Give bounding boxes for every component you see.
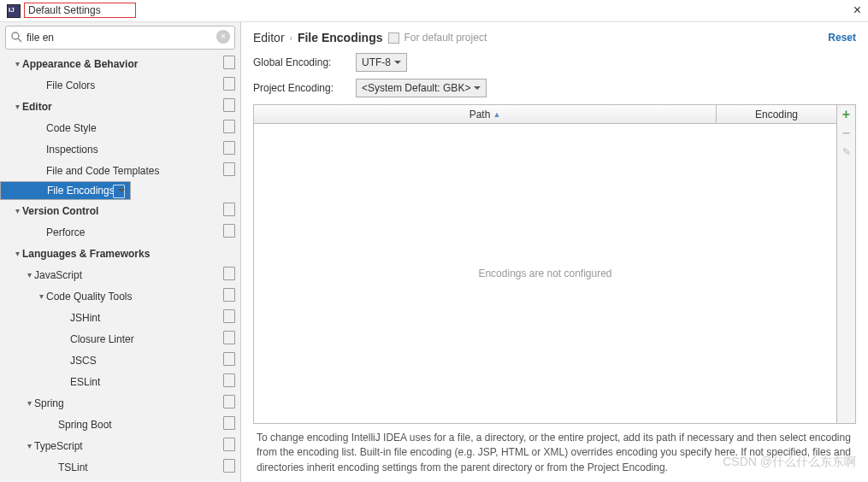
project-level-icon <box>225 354 235 366</box>
sidebar-item-label: JavaScript <box>34 269 82 281</box>
search-box: × <box>5 26 235 50</box>
sidebar-item-label: Appearance & Behavior <box>22 58 138 70</box>
chevron-down-icon: ▾ <box>12 102 22 111</box>
sidebar-item-label: Code Style <box>46 122 97 134</box>
sidebar-item-spring[interactable]: ▾Spring <box>0 392 240 414</box>
search-icon <box>10 31 22 45</box>
sidebar-item-label: Languages & Frameworks <box>22 248 150 260</box>
project-level-icon <box>225 311 235 323</box>
breadcrumb-part-2: File Encodings <box>298 31 383 44</box>
project-level-icon <box>225 290 235 302</box>
sidebar-item-label: JSCS <box>70 355 97 367</box>
svg-line-1 <box>18 38 21 42</box>
project-level-icon <box>225 226 235 238</box>
sidebar-item-label: Perforce <box>46 226 85 238</box>
project-encoding-label: Project Encoding: <box>253 82 347 94</box>
sidebar-item-code-quality-tools[interactable]: ▾Code Quality Tools <box>0 285 240 307</box>
project-level-icon <box>225 461 235 473</box>
sidebar-item-appearance-behavior[interactable]: ▾Appearance & Behavior <box>0 53 240 74</box>
project-level-icon <box>225 164 235 176</box>
remove-button[interactable]: − <box>841 127 853 139</box>
settings-content: Editor › File Encodings For default proj… <box>241 22 868 482</box>
sidebar-item-label: Spring Boot <box>58 419 112 431</box>
column-header-path[interactable]: Path▲ <box>254 105 717 123</box>
sidebar-item-label: TypeScript <box>34 440 83 452</box>
chevron-right-icon: › <box>290 33 292 43</box>
table-toolbar: + − ✎ <box>836 105 855 423</box>
add-button[interactable]: + <box>841 109 853 120</box>
chevron-down-icon: ▾ <box>24 441 34 450</box>
help-text: To change encoding IntelliJ IDEA uses fo… <box>253 424 856 477</box>
sidebar-item-languages-frameworks[interactable]: ▾Languages & Frameworks <box>0 243 240 264</box>
sidebar-item-label: File Colors <box>46 79 95 91</box>
sidebar-item-file-and-code-templates[interactable]: File and Code Templates <box>0 160 240 181</box>
close-icon[interactable]: × <box>853 3 861 17</box>
sidebar-item-label: Code Quality Tools <box>46 291 133 303</box>
sidebar-item-label: Editor <box>22 101 52 113</box>
project-level-icon <box>225 439 235 451</box>
project-level-icon <box>225 121 235 133</box>
project-level-icon <box>225 204 235 216</box>
settings-tree: ▾Appearance & BehaviorFile Colors▾Editor… <box>0 53 240 482</box>
chevron-down-icon: ▾ <box>24 270 34 279</box>
sidebar-item-jscs[interactable]: JSCS <box>0 350 240 371</box>
project-level-icon <box>225 79 235 91</box>
global-encoding-label: Global Encoding: <box>253 56 347 68</box>
table-empty-text: Encodings are not configured <box>254 124 836 423</box>
reset-link[interactable]: Reset <box>828 32 856 44</box>
chevron-down-icon: ▾ <box>12 206 22 215</box>
project-level-icon <box>225 418 235 430</box>
sidebar-item-label: Spring <box>34 397 64 409</box>
settings-sidebar: × ▾Appearance & BehaviorFile Colors▾Edit… <box>0 22 241 482</box>
sidebar-item-label: File and Code Templates <box>46 165 160 177</box>
project-level-icon <box>225 268 235 280</box>
project-level-icon <box>225 375 235 387</box>
sidebar-item-label: Inspections <box>46 144 98 156</box>
sidebar-item-file-encodings[interactable]: File Encodings <box>0 181 131 200</box>
sidebar-item-javascript[interactable]: ▾JavaScript <box>0 264 240 285</box>
project-level-icon <box>115 186 125 198</box>
project-encoding-select[interactable]: <System Default: GBK> <box>356 79 487 97</box>
column-header-encoding[interactable]: Encoding <box>717 105 836 123</box>
project-level-icon <box>225 100 235 112</box>
chevron-down-icon: ▾ <box>24 398 34 408</box>
sidebar-item-label: File Encodings <box>47 185 115 197</box>
sidebar-item-label: JSHint <box>70 312 100 324</box>
svg-point-0 <box>12 32 19 39</box>
edit-button[interactable]: ✎ <box>841 146 853 158</box>
sidebar-item-label: TSLint <box>58 461 88 473</box>
chevron-down-icon: ▾ <box>12 59 22 68</box>
sidebar-item-perforce[interactable]: Perforce <box>0 221 240 243</box>
sidebar-item-code-style[interactable]: Code Style <box>0 117 240 138</box>
app-icon <box>7 4 21 18</box>
sidebar-item-spring-boot[interactable]: Spring Boot <box>0 414 240 435</box>
project-level-icon <box>225 143 235 155</box>
project-level-icon <box>225 397 235 409</box>
sidebar-item-jshint[interactable]: JSHint <box>0 307 240 328</box>
chevron-down-icon: ▾ <box>36 291 46 301</box>
sidebar-item-file-colors[interactable]: File Colors <box>0 74 240 96</box>
clear-search-icon[interactable]: × <box>216 30 230 44</box>
sort-asc-icon: ▲ <box>493 110 500 119</box>
breadcrumb: Editor › File Encodings For default proj… <box>253 31 856 44</box>
project-level-icon <box>225 332 235 344</box>
sidebar-item-label: ESLint <box>70 376 100 388</box>
sidebar-item-typescript[interactable]: ▾TypeScript <box>0 435 240 456</box>
global-encoding-select[interactable]: UTF-8 <box>356 53 407 72</box>
breadcrumb-part-1: Editor <box>253 31 285 44</box>
sidebar-item-tslint[interactable]: TSLint <box>0 456 240 478</box>
sidebar-item-label: Closure Linter <box>70 333 134 345</box>
sidebar-item-editor[interactable]: ▾Editor <box>0 96 240 117</box>
scope-icon <box>388 32 399 44</box>
encoding-table: Path▲ Encoding Encodings are not configu… <box>253 104 856 424</box>
sidebar-item-closure-linter[interactable]: Closure Linter <box>0 328 240 350</box>
sidebar-item-inspections[interactable]: Inspections <box>0 138 240 160</box>
title-bar: Default Settings × <box>0 0 868 22</box>
sidebar-item-label: Version Control <box>22 205 98 217</box>
chevron-down-icon: ▾ <box>12 249 22 258</box>
breadcrumb-hint: For default project <box>404 32 487 44</box>
window-title: Default Settings <box>24 3 136 18</box>
sidebar-item-eslint[interactable]: ESLint <box>0 371 240 392</box>
sidebar-item-version-control[interactable]: ▾Version Control <box>0 200 240 221</box>
search-input[interactable] <box>5 26 235 50</box>
